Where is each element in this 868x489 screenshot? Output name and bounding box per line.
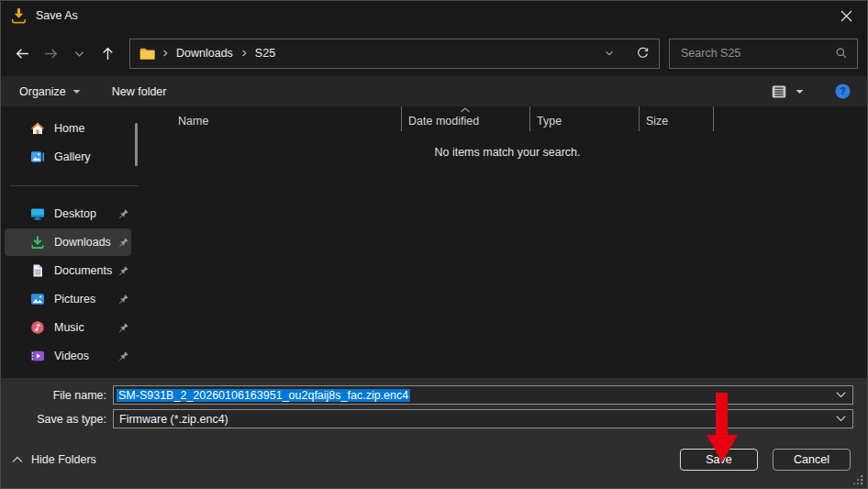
sidebar-separator	[10, 185, 139, 186]
new-folder-button[interactable]: New folder	[112, 85, 167, 98]
search-icon	[835, 47, 848, 60]
new-folder-label: New folder	[112, 85, 167, 98]
folder-icon	[139, 46, 156, 61]
refresh-icon[interactable]	[636, 47, 650, 61]
pin-icon	[117, 350, 129, 362]
chevron-down-icon	[72, 47, 86, 61]
save-button[interactable]: Save	[680, 449, 758, 471]
sort-ascending-icon	[460, 107, 471, 113]
sidebar-item-music[interactable]: Music	[5, 314, 131, 341]
resize-grip[interactable]	[853, 475, 863, 485]
address-bar[interactable]: Downloads S25	[129, 39, 660, 69]
search-box[interactable]	[669, 39, 858, 69]
content-area: Home Gallery Desktop	[1, 106, 867, 378]
close-icon	[840, 10, 852, 22]
sidebar-item-label: Videos	[54, 350, 117, 362]
address-dropdown-chevron-icon[interactable]	[603, 47, 616, 60]
save-as-type-label: Save as type:	[1, 413, 113, 426]
pin-icon	[117, 208, 129, 220]
breadcrumb-s25[interactable]: S25	[255, 47, 275, 60]
music-icon	[30, 320, 45, 335]
file-name-dropdown-chevron-icon[interactable]	[835, 391, 847, 399]
sidebar-item-label: Downloads	[54, 236, 117, 249]
forward-button[interactable]	[37, 39, 65, 68]
videos-icon	[30, 349, 45, 363]
pictures-icon	[30, 292, 45, 306]
pin-icon	[117, 294, 129, 306]
breadcrumb-chevron-icon	[160, 48, 171, 59]
breadcrumb-downloads[interactable]: Downloads	[176, 47, 233, 60]
sidebar-item-desktop[interactable]: Desktop	[5, 200, 131, 228]
download-app-icon	[10, 7, 28, 25]
sidebar-item-videos[interactable]: Videos	[5, 342, 131, 370]
column-headers: Name Date modified Type Size	[148, 106, 867, 131]
file-list-area: Name Date modified Type Size No items ma…	[148, 106, 867, 378]
sidebar: Home Gallery Desktop	[1, 106, 148, 378]
sidebar-item-label: Home	[54, 122, 131, 135]
file-name-input[interactable]: SM-S931B_2_20260106163951_ou2qfaij8s_fac…	[113, 385, 853, 405]
search-input[interactable]	[681, 47, 835, 60]
sidebar-item-label: Music	[54, 321, 117, 334]
sidebar-scrollbar-thumb[interactable]	[135, 123, 138, 166]
desktop-icon	[30, 206, 45, 221]
pin-icon	[117, 322, 129, 334]
pin-icon	[117, 237, 129, 249]
up-arrow-icon	[100, 46, 116, 61]
hide-folders-button[interactable]: Hide Folders	[12, 453, 96, 466]
documents-icon	[30, 263, 45, 278]
forward-icon	[43, 46, 59, 61]
sidebar-item-pictures[interactable]: Pictures	[5, 285, 131, 313]
sidebar-item-gallery[interactable]: Gallery	[5, 143, 131, 171]
help-icon[interactable]: ?	[835, 83, 851, 99]
close-button[interactable]	[826, 1, 867, 30]
sidebar-item-label: Documents	[54, 264, 117, 277]
breadcrumb-chevron-icon	[239, 48, 250, 59]
navigation-bar: Downloads S25	[1, 30, 867, 76]
column-header-type[interactable]: Type	[530, 106, 640, 131]
organize-caret-icon	[72, 89, 81, 94]
up-button[interactable]	[94, 39, 122, 68]
window-title: Save As	[36, 9, 78, 22]
hide-folders-label: Hide Folders	[31, 453, 96, 466]
sidebar-item-home[interactable]: Home	[5, 115, 131, 142]
file-name-label: File name:	[1, 389, 113, 402]
sidebar-item-downloads[interactable]: Downloads	[5, 228, 131, 256]
cancel-button[interactable]: Cancel	[773, 449, 851, 471]
file-name-value: SM-S931B_2_20260106163951_ou2qfaij8s_fac…	[117, 389, 410, 402]
details-view-icon[interactable]	[772, 85, 786, 98]
column-header-name[interactable]: Name	[148, 106, 402, 131]
footer-panel: File name: SM-S931B_2_20260106163951_ou2…	[1, 378, 867, 488]
column-header-size[interactable]: Size	[640, 106, 714, 131]
sidebar-item-label: Pictures	[54, 293, 117, 306]
svg-text:?: ?	[840, 86, 845, 96]
save-as-dialog: Save As	[0, 0, 868, 489]
back-icon	[15, 46, 30, 61]
downloads-icon	[30, 235, 45, 250]
chevron-up-icon	[12, 456, 23, 463]
home-icon	[30, 121, 45, 136]
save-as-type-dropdown-chevron-icon[interactable]	[835, 415, 847, 423]
recent-locations-button[interactable]	[65, 39, 94, 68]
organize-button[interactable]: Organize	[19, 85, 81, 98]
organize-label: Organize	[19, 85, 66, 98]
titlebar: Save As	[1, 1, 867, 30]
sidebar-item-documents[interactable]: Documents	[5, 257, 131, 284]
gallery-icon	[30, 150, 45, 164]
command-toolbar: Organize New folder ?	[1, 76, 867, 106]
save-as-type-select[interactable]: Firmware (*.zip.enc4)	[113, 409, 853, 428]
sidebar-item-label: Gallery	[54, 150, 131, 163]
back-button[interactable]	[8, 39, 37, 68]
view-dropdown-caret-icon[interactable]	[796, 89, 804, 94]
save-as-type-value: Firmware (*.zip.enc4)	[117, 413, 228, 426]
sidebar-item-label: Desktop	[54, 207, 117, 220]
empty-results-message: No items match your search.	[148, 146, 867, 159]
pin-icon	[117, 265, 129, 277]
